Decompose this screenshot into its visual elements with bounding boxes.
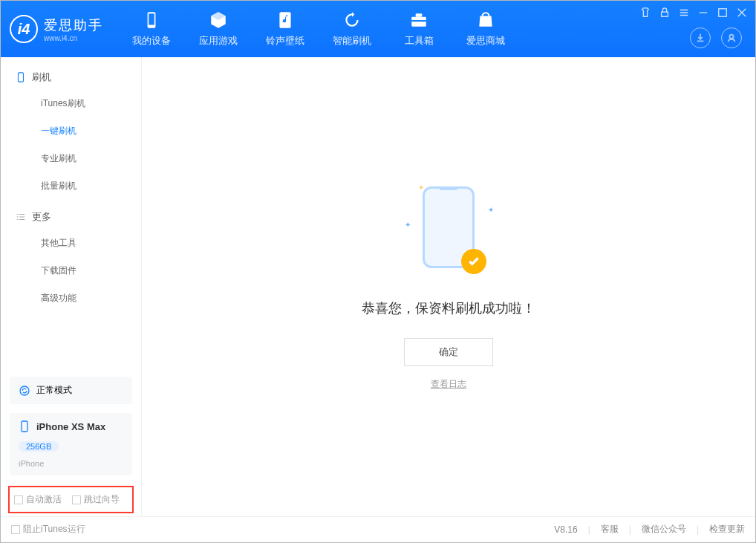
footer-link-wechat[interactable]: 微信公众号 [642,523,686,536]
nav-tab-ringtones[interactable]: 铃声壁纸 [252,1,319,57]
minimize-icon[interactable] [697,7,709,19]
sidebar-item-oneclick[interactable]: 一键刷机 [1,117,141,145]
app-url: www.i4.cn [44,34,103,42]
sync-icon [19,385,30,397]
close-icon[interactable] [736,7,748,19]
nav-tab-store[interactable]: 爱思商城 [452,1,519,57]
title-bar: i4 爱思助手 www.i4.cn 我的设备 应用游戏 铃声壁纸 智能刷机 工具… [1,1,755,57]
version-label: V8.16 [554,524,577,535]
phone-outline-icon [16,72,26,82]
nav-tabs: 我的设备 应用游戏 铃声壁纸 智能刷机 工具箱 爱思商城 [118,1,519,57]
sidebar-group-flash: 刷机 [1,71,141,90]
svg-point-10 [20,386,29,395]
logo-icon: i4 [10,15,38,43]
svg-rect-5 [411,20,426,22]
checkbox-icon [72,495,81,504]
logo: i4 爱思助手 www.i4.cn [10,15,118,43]
music-icon [276,10,295,30]
checkbox-block-itunes[interactable]: 阻止iTunes运行 [11,523,85,536]
main-content: ✦ ✦ ✦ 恭喜您，保资料刷机成功啦！ 确定 查看日志 [142,57,755,516]
phone-icon [142,10,161,30]
checkbox-label: 阻止iTunes运行 [23,523,85,536]
download-button[interactable] [690,27,711,48]
sidebar: 刷机 iTunes刷机 一键刷机 专业刷机 批量刷机 更多 其他工具 下载固件 … [1,57,142,516]
footer-link-update[interactable]: 检查更新 [709,523,745,536]
sidebar-group-title: 更多 [32,210,51,224]
list-icon [16,212,26,222]
sidebar-item-advanced[interactable]: 高级功能 [1,284,141,312]
maximize-icon[interactable] [717,7,729,19]
nav-label: 智能刷机 [333,34,371,48]
nav-tab-toolbox[interactable]: 工具箱 [385,1,452,57]
checkbox-skip-guide[interactable]: 跳过向导 [72,493,120,506]
shirt-icon[interactable] [639,7,651,19]
footer-link-support[interactable]: 客服 [601,523,619,536]
sparkle-icon: ✦ [488,206,494,214]
lock-icon[interactable] [659,7,671,19]
nav-label: 应用游戏 [199,34,238,48]
checkbox-icon [11,525,20,534]
nav-tab-device[interactable]: 我的设备 [118,1,185,57]
success-message: 恭喜您，保资料刷机成功啦！ [362,299,535,317]
view-log-link[interactable]: 查看日志 [431,378,466,391]
checkbox-label: 跳过向导 [84,493,120,506]
nav-label: 我的设备 [132,34,171,48]
status-bar: 阻止iTunes运行 V8.16 | 客服 | 微信公众号 | 检查更新 [1,516,755,542]
menu-icon[interactable] [678,7,690,19]
svg-rect-6 [662,12,668,16]
sidebar-item-pro[interactable]: 专业刷机 [1,145,141,172]
svg-point-8 [729,35,733,39]
sidebar-item-batch[interactable]: 批量刷机 [1,172,141,200]
svg-rect-1 [149,13,154,25]
nav-label: 铃声壁纸 [266,34,304,48]
sidebar-group-title: 刷机 [32,71,51,84]
svg-rect-4 [416,13,423,16]
nav-label: 爱思商城 [466,34,505,48]
device-mode-card[interactable]: 正常模式 [10,377,132,404]
window-controls [639,7,748,19]
svg-rect-11 [22,421,27,432]
ok-button[interactable]: 确定 [404,338,493,366]
user-button[interactable] [721,27,742,48]
device-type: iPhone [19,459,44,468]
svg-rect-9 [19,73,24,82]
nav-label: 工具箱 [405,34,434,48]
checkbox-auto-activate[interactable]: 自动激活 [14,493,62,506]
checkbox-icon [14,495,23,504]
sidebar-item-itunes[interactable]: iTunes刷机 [1,90,141,117]
app-name: 爱思助手 [44,16,103,34]
toolbox-icon [409,10,428,30]
sidebar-item-other[interactable]: 其他工具 [1,230,141,257]
nav-tab-apps[interactable]: 应用游戏 [185,1,252,57]
bag-icon [476,10,495,30]
sidebar-group-more: 更多 [1,210,141,230]
refresh-icon [342,10,362,30]
success-illustration: ✦ ✦ ✦ [400,183,497,280]
device-mode-text: 正常模式 [36,384,72,397]
device-card[interactable]: iPhone XS Max 256GB iPhone [10,413,132,475]
cube-icon [209,10,228,30]
device-storage-badge: 256GB [19,441,59,452]
svg-rect-7 [719,9,727,17]
sidebar-item-firmware[interactable]: 下载固件 [1,257,141,284]
header-actions [690,27,742,48]
device-name: iPhone XS Max [36,421,105,432]
checkbox-label: 自动激活 [26,493,62,506]
check-badge-icon [461,249,486,274]
sparkle-icon: ✦ [405,221,411,229]
bottom-options-highlighted: 自动激活 跳过向导 [8,486,134,513]
nav-tab-flash[interactable]: 智能刷机 [319,1,385,57]
device-icon [19,420,30,432]
